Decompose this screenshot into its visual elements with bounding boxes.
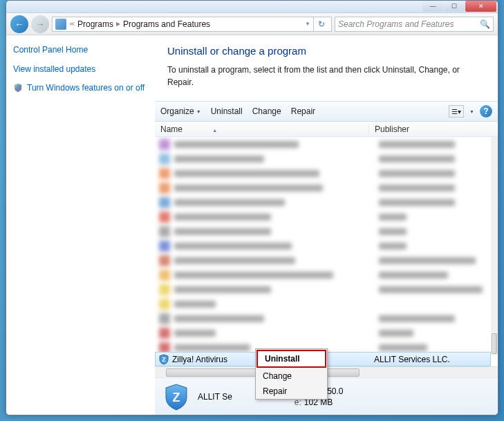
breadcrumb[interactable]: ≪ Programs ▶ Programs and Features ▼ ↻ [52, 17, 332, 32]
toolbar: Organize ▼ Uninstall Change Repair ☰▾ ▼ … [155, 101, 498, 122]
navbar: ← → ≪ Programs ▶ Programs and Features ▼… [6, 13, 498, 35]
repair-button[interactable]: Repair [291, 106, 315, 116]
search-input[interactable]: Search Programs and Features 🔍 [335, 17, 494, 32]
chevron-right-icon: ▶ [116, 21, 120, 27]
sidebar-home-link[interactable]: Control Panel Home [13, 45, 148, 56]
shield-icon [13, 83, 23, 93]
selected-publisher: ALLIT Services LLC. [368, 355, 450, 364]
column-name[interactable]: Name ▲ [155, 124, 369, 134]
uninstall-button[interactable]: Uninstall [211, 106, 243, 116]
vertical-scrollbar[interactable] [491, 137, 498, 355]
main-area: Control Panel Home View installed update… [6, 35, 498, 415]
program-list[interactable]: Z Zillya! Antivirus ALLIT Services LLC. [155, 137, 498, 366]
column-publisher[interactable]: Publisher [369, 124, 498, 134]
view-options-button[interactable]: ☰▾ [449, 105, 464, 118]
ctx-uninstall[interactable]: Uninstall [256, 350, 326, 368]
page-title: Uninstall or change a program [155, 45, 498, 57]
sidebar-features-link[interactable]: Turn Windows features on or off [27, 83, 144, 94]
chevron-right-icon: ≪ [69, 21, 75, 27]
breadcrumb-item[interactable]: Programs and Features [123, 19, 210, 29]
zillya-icon: Z [158, 354, 169, 365]
context-menu: Uninstall Change Repair [255, 348, 328, 400]
sidebar: Control Panel Home View installed update… [6, 35, 155, 415]
search-icon: 🔍 [480, 19, 490, 29]
blurred-rows [155, 137, 491, 355]
breadcrumb-item[interactable]: Programs [77, 19, 113, 29]
minimize-button[interactable]: — [422, 1, 443, 12]
zillya-shield-icon: Z [162, 382, 191, 411]
dropdown-icon[interactable]: ▼ [469, 109, 474, 114]
help-button[interactable]: ? [480, 105, 492, 118]
ctx-change[interactable]: Change [256, 368, 327, 384]
dropdown-icon: ▼ [196, 109, 201, 114]
window: — ☐ ✕ ← → ≪ Programs ▶ Programs and Feat… [6, 0, 498, 415]
dropdown-icon[interactable]: ▼ [305, 21, 310, 27]
svg-text:Z: Z [162, 356, 166, 363]
page-description: To uninstall a program, select it from t… [155, 64, 498, 88]
search-placeholder: Search Programs and Features [338, 19, 454, 29]
sort-asc-icon: ▲ [212, 128, 217, 133]
organize-button[interactable]: Organize ▼ [160, 106, 201, 116]
detail-publisher: ALLIT Se [198, 392, 232, 402]
svg-text:Z: Z [173, 391, 180, 404]
sidebar-updates-link[interactable]: View installed updates [13, 64, 148, 75]
change-button[interactable]: Change [252, 106, 281, 116]
list-header: Name ▲ Publisher [155, 122, 498, 137]
back-button[interactable]: ← [10, 15, 28, 33]
refresh-button[interactable]: ↻ [313, 17, 328, 32]
maximize-button[interactable]: ☐ [444, 1, 465, 12]
close-button[interactable]: ✕ [465, 1, 496, 12]
cpl-icon [55, 19, 66, 30]
scrollbar-thumb[interactable] [492, 333, 497, 354]
forward-button[interactable]: → [31, 15, 49, 33]
ctx-repair[interactable]: Repair [256, 384, 327, 399]
titlebar: — ☐ ✕ [6, 1, 498, 13]
